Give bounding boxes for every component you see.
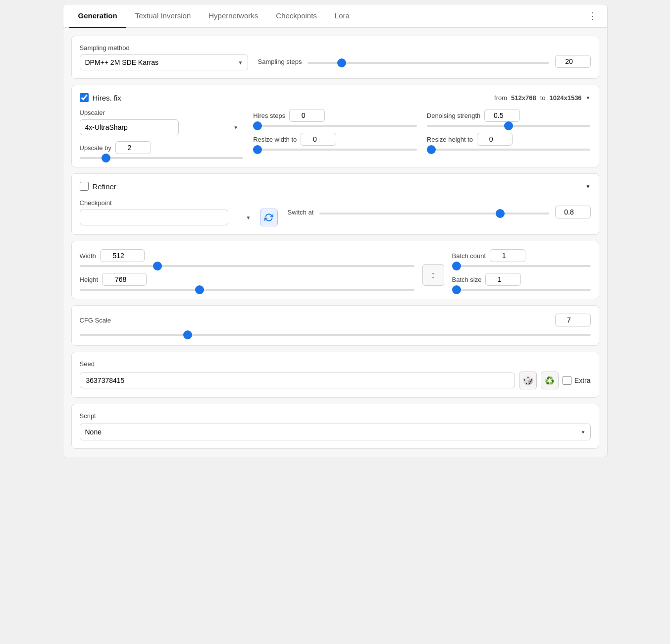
hires-header: Hires. fix from 512x768 to 1024x1536 ▼ (80, 93, 591, 102)
tab-textual-inversion[interactable]: Textual Inversion (126, 4, 200, 28)
seed-input[interactable] (80, 373, 515, 388)
dice-button[interactable]: 🎲 (519, 372, 537, 389)
resize-width-group: Resize width to (253, 133, 417, 151)
height-input[interactable] (102, 273, 147, 286)
upscale-by-input[interactable] (115, 141, 151, 154)
sampling-method-select[interactable]: DPM++ 2M SDE Karras (80, 54, 248, 70)
hires-header-right: from 512x768 to 1024x1536 ▼ (494, 94, 590, 102)
batch-count-slider[interactable] (452, 265, 591, 267)
extra-checkbox[interactable] (563, 376, 571, 385)
tab-lora[interactable]: Lora (326, 4, 359, 28)
cfg-slider[interactable] (80, 334, 591, 336)
refiner-collapse-icon[interactable]: ▼ (586, 184, 591, 189)
script-label: Script (80, 412, 591, 420)
hires-header-left: Hires. fix (80, 93, 121, 102)
sampling-steps-label: Sampling steps (258, 58, 302, 65)
denoising-input[interactable] (484, 109, 520, 122)
cfg-label: CFG Scale (80, 317, 551, 324)
width-slider[interactable] (80, 265, 414, 267)
cfg-row: CFG Scale (80, 314, 591, 326)
upscaler-select-wrap: 4x-UltraSharp (80, 119, 244, 135)
batch-right: Batch count Batch size (452, 249, 591, 291)
resize-width-label: Resize width to (253, 136, 297, 143)
switch-at-input[interactable] (555, 206, 591, 218)
batch-size-slider[interactable] (452, 289, 591, 291)
denoising-group: Denoising strength (427, 109, 591, 127)
sampling-steps-slider-wrap (308, 57, 549, 65)
upscaler-label: Upscaler (80, 109, 244, 116)
width-input[interactable] (100, 249, 145, 262)
tab-generation[interactable]: Generation (69, 4, 126, 28)
switch-at-slider-wrap (319, 208, 549, 216)
batch-count-row: Batch count (452, 249, 591, 262)
denoising-label: Denoising strength (427, 112, 480, 119)
refiner-body: Checkpoint (80, 198, 591, 226)
upscale-by-slider[interactable] (80, 157, 244, 159)
seed-label: Seed (80, 360, 591, 368)
script-select[interactable]: None (80, 424, 591, 440)
script-select-wrap: None (80, 424, 591, 440)
resize-width-slider[interactable] (253, 149, 417, 151)
checkpoint-refresh-button[interactable] (260, 209, 278, 226)
refiner-header: Refiner ▼ (80, 182, 591, 191)
hires-collapse-icon[interactable]: ▼ (586, 95, 591, 101)
tab-checkpoints[interactable]: Checkpoints (267, 4, 326, 28)
sampling-method-label: Sampling method (80, 44, 248, 52)
batch-count-input[interactable] (490, 249, 525, 262)
sampling-section: Sampling method DPM++ 2M SDE Karras Samp… (71, 36, 599, 79)
batch-size-label: Batch size (452, 276, 482, 283)
upscaler-select[interactable]: 4x-UltraSharp (80, 119, 179, 135)
batch-count-label: Batch count (452, 252, 486, 260)
tab-hypernetworks[interactable]: Hypernetworks (200, 4, 267, 28)
hires-col-1: Upscaler 4x-UltraSharp Upscale by (80, 109, 244, 159)
switch-at-slider[interactable] (319, 213, 549, 215)
hires-section: Hires. fix from 512x768 to 1024x1536 ▼ U… (71, 85, 599, 167)
sampling-method-select-wrap: DPM++ 2M SDE Karras (80, 54, 248, 70)
checkpoint-group: Checkpoint (80, 199, 256, 225)
refiner-right: Switch at (288, 198, 591, 226)
extra-checkbox-wrap[interactable]: Extra (563, 376, 591, 385)
hires-grid: Upscaler 4x-UltraSharp Upscale by (80, 109, 591, 159)
hires-steps-input[interactable] (289, 109, 325, 122)
recycle-button[interactable]: ♻️ (541, 372, 559, 389)
refiner-section: Refiner ▼ Checkpoint (71, 173, 599, 235)
hires-checkbox[interactable] (80, 93, 89, 102)
upscale-by-label: Upscale by (80, 144, 111, 152)
height-row: Height (80, 273, 414, 286)
hires-steps-slider[interactable] (253, 125, 417, 127)
checkpoint-select[interactable] (80, 210, 228, 225)
script-section: Script None (71, 404, 599, 449)
cfg-input[interactable] (555, 314, 591, 326)
upscaler-group: Upscaler 4x-UltraSharp (80, 109, 244, 135)
hires-checkbox-wrap[interactable]: Hires. fix (80, 93, 121, 102)
refiner-label: Refiner (93, 182, 116, 191)
upscale-by-group: Upscale by (80, 141, 244, 159)
swap-dimensions-button[interactable]: ↕ (422, 264, 444, 286)
hires-col-3: Denoising strength Resize height to (427, 109, 591, 159)
refiner-checkbox[interactable] (80, 182, 89, 191)
hires-col-2: Hires steps Resize width to (253, 109, 417, 159)
hires-steps-label: Hires steps (253, 112, 285, 119)
content-area: Sampling method DPM++ 2M SDE Karras Samp… (63, 28, 607, 457)
dimensions-section: Width Height (71, 241, 599, 299)
denoising-slider[interactable] (427, 125, 591, 127)
height-label: Height (80, 276, 99, 283)
refiner-checkbox-wrap[interactable]: Refiner (80, 182, 116, 191)
hires-to-label: to (540, 94, 546, 102)
refiner-left: Checkpoint (80, 198, 278, 226)
resize-height-input[interactable] (477, 133, 513, 146)
main-container: Generation Textual Inversion Hypernetwor… (63, 4, 608, 457)
resize-height-slider[interactable] (427, 149, 591, 151)
height-slider[interactable] (80, 289, 414, 291)
denoising-row: Denoising strength (427, 109, 591, 122)
sampling-steps-input[interactable] (555, 55, 591, 68)
height-group: Height (80, 273, 414, 291)
upscale-by-row: Upscale by (80, 141, 244, 154)
batch-size-group: Batch size (452, 273, 591, 291)
more-icon[interactable]: ⋮ (584, 6, 601, 25)
switch-at-label: Switch at (288, 209, 314, 216)
sampling-steps-slider[interactable] (308, 62, 549, 64)
resize-width-input[interactable] (301, 133, 336, 146)
batch-size-input[interactable] (485, 273, 521, 286)
extra-label: Extra (574, 376, 591, 384)
